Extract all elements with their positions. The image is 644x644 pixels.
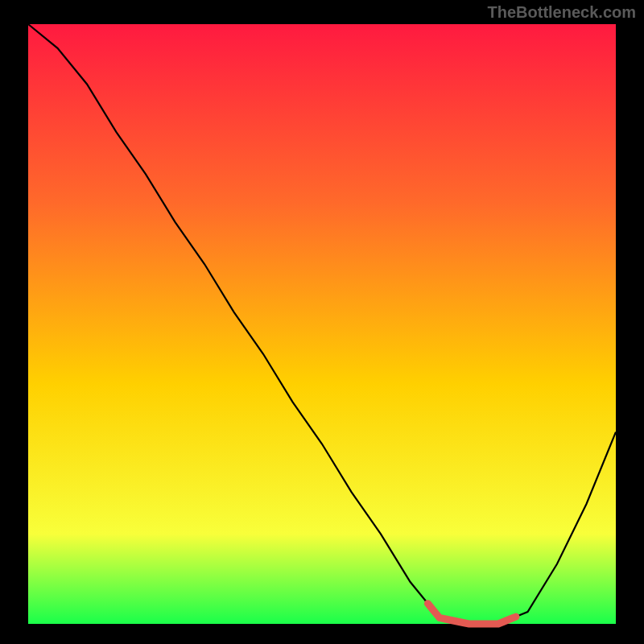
bottleneck-chart [0, 0, 644, 644]
chart-container: TheBottleneck.com [0, 0, 644, 644]
attribution-label: TheBottleneck.com [488, 3, 636, 22]
chart-plot-area [28, 24, 616, 624]
